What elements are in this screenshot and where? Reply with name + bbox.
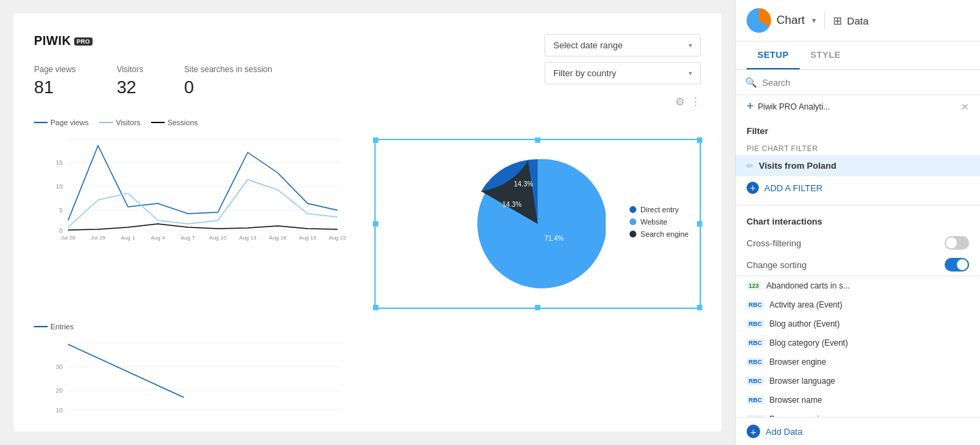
svg-text:30: 30 bbox=[56, 363, 63, 370]
settings-icon[interactable]: ⚙ bbox=[675, 95, 685, 108]
list-item[interactable]: RBC Browser language bbox=[736, 372, 980, 391]
stat-visitors: Visitors 32 bbox=[116, 65, 143, 98]
right-panel: Chart ▾ ⊞ Data SETUP STYLE 🔍 + Piwik PRO… bbox=[735, 0, 980, 445]
panel-search: 🔍 bbox=[736, 70, 980, 95]
svg-text:14.3%: 14.3% bbox=[502, 201, 521, 208]
stat-page-views-label: Page views bbox=[34, 65, 76, 74]
svg-text:Aug 22: Aug 22 bbox=[329, 235, 346, 241]
plus-icon: + bbox=[747, 99, 754, 114]
date-range-dropdown[interactable]: Select date range ▾ bbox=[544, 34, 701, 56]
panel-title: Chart bbox=[777, 14, 805, 27]
search-input[interactable] bbox=[762, 78, 970, 88]
list-item[interactable]: RBC Browser name bbox=[736, 391, 980, 410]
charts-grid: Page views Visitors Sessions bbox=[34, 118, 701, 421]
svg-text:Jul 29: Jul 29 bbox=[91, 235, 105, 241]
handle-ml[interactable] bbox=[373, 221, 378, 227]
svg-text:10: 10 bbox=[56, 183, 63, 190]
svg-text:Jul 26: Jul 26 bbox=[61, 235, 76, 241]
item-label: Activity area (Event) bbox=[770, 300, 843, 310]
report-container: PIWIK PRO Select date range ▾ Filter by … bbox=[14, 14, 721, 431]
line-chart-legend: Page views Visitors Sessions bbox=[34, 118, 361, 127]
cross-filtering-toggle[interactable] bbox=[945, 236, 969, 250]
svg-text:Aug 10: Aug 10 bbox=[209, 235, 227, 241]
stat-site-searches: Site searches in session 0 bbox=[184, 65, 272, 98]
active-filter-item[interactable]: ✏ Visits from Poland bbox=[736, 155, 980, 176]
panel-chevron[interactable]: ▾ bbox=[812, 16, 816, 25]
item-label: Blog author (Event) bbox=[770, 319, 840, 329]
svg-text:Aug 16: Aug 16 bbox=[269, 235, 287, 241]
active-filter-label: Visits from Poland bbox=[759, 161, 836, 171]
item-label: Browser engine bbox=[770, 357, 826, 367]
type-badge: RBC bbox=[747, 377, 764, 385]
type-badge: RBC bbox=[747, 320, 764, 328]
item-label: Browser name bbox=[770, 395, 822, 405]
country-filter-dropdown[interactable]: Filter by country ▾ bbox=[544, 62, 701, 84]
add-data-footer[interactable]: + Add Data bbox=[736, 417, 980, 445]
stat-visitors-value: 32 bbox=[116, 77, 143, 98]
cross-filtering-row: Cross-filtering bbox=[736, 232, 980, 254]
tab-setup[interactable]: SETUP bbox=[747, 42, 800, 69]
list-item[interactable]: RBC Browser engine bbox=[736, 352, 980, 372]
svg-text:Aug 4: Aug 4 bbox=[151, 235, 165, 241]
svg-text:10: 10 bbox=[56, 407, 63, 414]
pie-legend-dot-direct bbox=[630, 206, 636, 213]
svg-text:Aug 1: Aug 1 bbox=[121, 235, 135, 241]
list-item[interactable]: RBC Blog category (Event) bbox=[736, 333, 980, 352]
type-badge: 123 bbox=[747, 282, 761, 290]
pie-legend: Direct entry Website Search engine bbox=[630, 205, 689, 242]
list-item[interactable]: RBC Blog author (Event) bbox=[736, 314, 980, 333]
data-table-icon: ⊞ bbox=[833, 14, 842, 27]
list-item[interactable]: 123 Abandoned carts in s... bbox=[736, 276, 980, 295]
pie-svg: 14.3% 14.3% 71.4% bbox=[470, 156, 606, 292]
handle-br[interactable] bbox=[697, 305, 702, 310]
piwik-close-button[interactable]: ✕ bbox=[961, 101, 969, 112]
handle-bm[interactable] bbox=[535, 305, 540, 310]
handle-tr[interactable] bbox=[697, 137, 702, 143]
more-icon[interactable]: ⋮ bbox=[690, 95, 701, 108]
change-sorting-label: Change sorting bbox=[747, 260, 806, 270]
pie-legend-website-label: Website bbox=[640, 218, 668, 226]
panel-data-button[interactable]: ⊞ Data bbox=[833, 14, 869, 27]
pie-legend-dot-website bbox=[630, 218, 636, 225]
stat-site-searches-value: 0 bbox=[184, 77, 272, 98]
handle-bl[interactable] bbox=[373, 305, 378, 310]
add-filter-label: ADD A FILTER bbox=[764, 183, 823, 193]
interactions-section-title: Chart interactions bbox=[736, 211, 980, 232]
pie-legend-search: Search engine bbox=[630, 230, 689, 238]
line-chart-area: Page views Visitors Sessions bbox=[34, 118, 361, 309]
svg-text:Aug 13: Aug 13 bbox=[239, 235, 257, 241]
svg-text:20: 20 bbox=[56, 387, 63, 394]
line-chart2-legend: Entries bbox=[34, 323, 361, 331]
search-icon: 🔍 bbox=[745, 77, 757, 88]
handle-tm[interactable] bbox=[535, 137, 540, 143]
type-badge: RBC bbox=[747, 358, 764, 366]
list-item[interactable]: RBC Browser version bbox=[736, 410, 980, 417]
stat-site-searches-label: Site searches in session bbox=[184, 65, 272, 74]
handle-tl[interactable] bbox=[373, 137, 378, 143]
change-sorting-toggle[interactable] bbox=[945, 258, 969, 271]
add-filter-button[interactable]: + ADD A FILTER bbox=[736, 176, 980, 199]
legend-page-views: Page views bbox=[34, 118, 88, 127]
logo-text: PIWIK bbox=[34, 34, 71, 48]
add-filter-plus-icon: + bbox=[747, 182, 759, 194]
item-label: Blog category (Event) bbox=[770, 338, 848, 348]
tab-style[interactable]: STYLE bbox=[800, 42, 851, 69]
handle-mr[interactable] bbox=[697, 221, 702, 227]
stat-page-views: Page views 81 bbox=[34, 65, 76, 98]
svg-text:71.4%: 71.4% bbox=[544, 235, 564, 242]
piwik-filter-name: + Piwik PRO Analyti... bbox=[747, 99, 830, 114]
svg-text:Aug 7: Aug 7 bbox=[181, 235, 195, 241]
list-item[interactable]: RBC Activity area (Event) bbox=[736, 295, 980, 314]
pie-chart-container[interactable]: 14.3% 14.3% 71.4% Direct entry Website bbox=[374, 139, 701, 309]
main-canvas: PIWIK PRO Select date range ▾ Filter by … bbox=[0, 0, 735, 445]
change-sorting-row: Change sorting bbox=[736, 254, 980, 276]
legend-entries: Entries bbox=[34, 323, 74, 331]
add-data-plus-icon: + bbox=[747, 425, 760, 438]
pie-chart-wrapper: ⚙ ⋮ bbox=[374, 118, 701, 309]
line-chart-svg: 0 5 10 15 Jul 26 Jul 29 Aug 1 Aug 4 Aug … bbox=[34, 132, 361, 241]
logo-badge: PRO bbox=[74, 37, 93, 46]
piwik-filter-row: + Piwik PRO Analyti... ✕ bbox=[736, 95, 980, 118]
filter-subsection-title: Pie Chart Filter bbox=[736, 142, 980, 155]
svg-text:5: 5 bbox=[59, 207, 63, 214]
svg-text:14.3%: 14.3% bbox=[514, 180, 533, 188]
